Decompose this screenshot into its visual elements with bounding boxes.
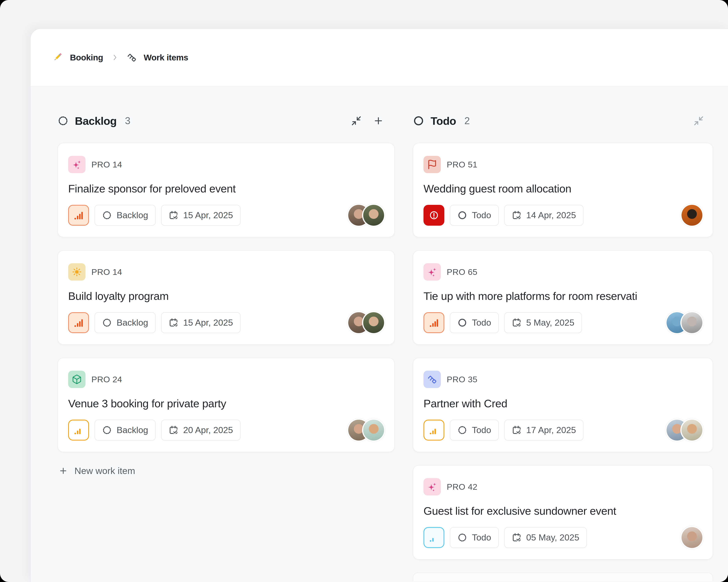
priority-chip-high[interactable] [68, 312, 89, 333]
state-chip[interactable]: Backlog [95, 420, 156, 441]
assignees[interactable] [681, 527, 702, 548]
pencil-icon [52, 52, 63, 63]
todo-circle-icon [413, 115, 424, 127]
due-date-chip[interactable]: 17 Apr, 2025 [504, 420, 583, 441]
priority-chip-low[interactable] [423, 527, 444, 548]
kanban-board: Backlog 3 PRO 14 Finalize sponsor for pr… [30, 87, 728, 582]
collapse-column-button[interactable] [351, 115, 362, 126]
work-item-title: Venue 3 booking for private party [68, 397, 384, 410]
assignees[interactable] [667, 312, 702, 333]
state-label: Backlog [116, 317, 148, 328]
board-column-todo: Todo 2 PRO 51 Wedding guest room allocat… [413, 111, 713, 581]
calendar-check-icon [168, 318, 178, 328]
work-item-id-row: PRO 24 [68, 371, 384, 388]
state-chip[interactable]: Todo [450, 527, 499, 548]
state-chip[interactable]: Backlog [95, 205, 156, 226]
work-item-id-row: PRO 65 [423, 263, 702, 281]
calendar-check-icon [512, 318, 522, 328]
calendar-check-icon [512, 533, 522, 543]
work-item-id-row: PRO 14 [68, 156, 384, 173]
state-spinner-icon [102, 425, 112, 435]
due-date-chip[interactable]: 5 May, 2025 [504, 312, 582, 333]
work-item-title: Guest list for exclusive sundowner event [423, 504, 702, 517]
sparkles-badge-icon [423, 263, 441, 281]
assignees[interactable] [348, 312, 384, 333]
breadcrumb-project[interactable]: Booking [52, 52, 103, 63]
flag-badge-icon [423, 156, 441, 173]
cube-badge-icon [68, 371, 85, 388]
state-chip[interactable]: Todo [450, 312, 499, 333]
work-item-title: Finalize sponsor for preloved event [68, 182, 384, 195]
column-title: Todo [431, 114, 456, 127]
work-item-id: PRO 14 [92, 160, 122, 169]
avatar-man-glasses-2[interactable] [681, 420, 702, 441]
board-column-backlog: Backlog 3 PRO 14 Finalize sponsor for pr… [57, 111, 395, 476]
assignees[interactable] [348, 205, 384, 226]
work-item-id-row: PRO 42 [423, 478, 702, 495]
breadcrumb-project-label: Booking [70, 53, 103, 62]
state-label: Todo [472, 425, 491, 435]
due-date-chip[interactable]: 20 Apr, 2025 [161, 420, 240, 441]
column-header: Backlog 3 [57, 111, 395, 130]
add-work-item-button[interactable] [373, 115, 384, 126]
work-item-id-row: PRO 14 [68, 263, 384, 281]
work-item-card[interactable]: PRO 42 Guest list for exclusive sundowne… [413, 465, 713, 560]
avatar-woman-olive[interactable] [363, 312, 384, 333]
work-items-icon [127, 52, 137, 62]
due-date-chip[interactable]: 14 Apr, 2025 [504, 205, 583, 226]
work-item-properties: Backlog 15 Apr, 2025 [68, 312, 384, 333]
priority-chip-medium[interactable] [68, 420, 89, 441]
avatar-woman-olive[interactable] [363, 205, 384, 226]
avatar-woman-tan[interactable] [681, 527, 702, 548]
work-item-id-row: PRO 35 [423, 371, 702, 388]
priority-chip-high[interactable] [423, 312, 444, 333]
work-item-card[interactable]: PRO 65 Tie up with more platforms for ro… [413, 250, 713, 345]
new-work-item-button[interactable]: New work item [57, 465, 395, 476]
assignees[interactable] [681, 205, 702, 226]
avatar-man-orange-bg[interactable] [681, 205, 702, 226]
collapse-column-button[interactable] [693, 115, 704, 126]
due-date-chip[interactable]: 15 Apr, 2025 [161, 312, 240, 333]
column-header: Todo 2 [413, 111, 713, 130]
due-date-label: 15 Apr, 2025 [183, 210, 233, 220]
avatar-man-curly-mono[interactable] [681, 312, 702, 333]
state-chip[interactable]: Todo [450, 420, 499, 441]
breadcrumb-work-items[interactable]: Work items [127, 52, 188, 62]
work-item-properties: Backlog 20 Apr, 2025 [68, 420, 384, 441]
state-chip[interactable]: Todo [450, 205, 499, 226]
priority-chip-high[interactable] [68, 205, 89, 226]
state-label: Backlog [116, 425, 148, 435]
calendar-check-icon [168, 210, 178, 220]
state-label: Backlog [116, 210, 148, 220]
work-item-card[interactable]: PRO 14 Finalize sponsor for preloved eve… [57, 143, 395, 237]
work-item-properties: Todo 05 May, 2025 [423, 527, 702, 548]
work-item-card[interactable]: PRO 14 Build loyalty program Backlog 15 … [57, 250, 395, 345]
work-item-title: Partner with Cred [423, 397, 702, 410]
work-item-title: Tie up with more platforms for room rese… [423, 289, 702, 302]
work-item-title: Build loyalty program [68, 289, 384, 302]
work-item-card[interactable]: PRO 24 Venue 3 booking for private party… [57, 358, 395, 452]
due-date-label: 5 May, 2025 [526, 317, 574, 328]
due-date-chip[interactable]: 15 Apr, 2025 [161, 205, 240, 226]
state-spinner-icon [102, 210, 112, 220]
state-chip[interactable]: Backlog [95, 312, 156, 333]
work-item-properties: Backlog 15 Apr, 2025 [68, 205, 384, 226]
sun-badge-icon [68, 263, 85, 281]
breadcrumb: Booking Work items [30, 29, 728, 87]
work-item-card[interactable]: PRO 51 Wedding guest room allocation Tod… [413, 143, 713, 237]
due-date-label: 14 Apr, 2025 [526, 210, 576, 220]
work-item-properties: Todo 14 Apr, 2025 [423, 205, 702, 226]
work-items-panel: Booking Work items Backlog 3 [30, 29, 728, 582]
due-date-chip[interactable]: 05 May, 2025 [504, 527, 587, 548]
assignees[interactable] [667, 420, 702, 441]
assignees[interactable] [348, 420, 384, 441]
new-work-item-label: New work item [74, 465, 135, 476]
work-item-card[interactable]: PRO 35 Partner with Cred Todo 17 Apr, 20… [413, 358, 713, 452]
column-count: 3 [125, 115, 130, 127]
priority-chip-medium[interactable] [423, 420, 444, 441]
work-item-id: PRO 51 [447, 160, 477, 169]
priority-chip-urgent[interactable] [423, 205, 444, 226]
work-item-id: PRO 24 [92, 375, 122, 384]
sparkles-badge-icon [68, 156, 85, 173]
avatar-man-glasses-floral[interactable] [363, 420, 384, 441]
